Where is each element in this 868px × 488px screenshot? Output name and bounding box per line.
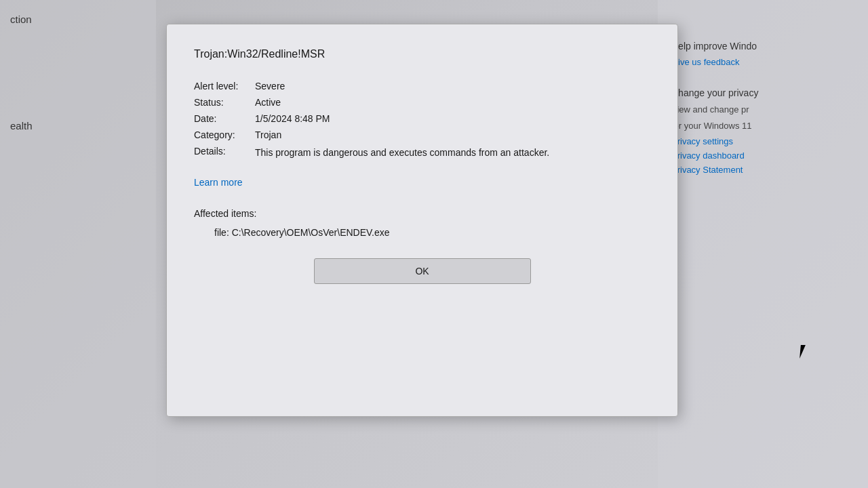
alert-level-row: Alert level: Severe <box>194 81 650 92</box>
status-row: Status: Active <box>194 97 650 108</box>
category-row: Category: Trojan <box>194 129 650 140</box>
details-value: This program is dangerous and executes c… <box>255 146 549 160</box>
sidebar-section-partial: ction <box>10 14 146 25</box>
learn-more-link[interactable]: Learn more <box>194 177 650 188</box>
threat-name: Trojan:Win32/Redline!MSR <box>194 48 650 60</box>
privacy-description: View and change pr <box>671 104 854 116</box>
status-label: Status: <box>194 97 255 108</box>
date-label: Date: <box>194 113 255 124</box>
details-row: Details: This program is dangerous and e… <box>194 146 650 160</box>
help-improve-section: Help improve Windo Give us feedback <box>671 41 854 67</box>
privacy-statement-link[interactable]: Privacy Statement <box>671 165 854 175</box>
sidebar-partial: ction ealth <box>0 0 156 488</box>
details-label: Details: <box>194 146 255 160</box>
privacy-settings-link[interactable]: Privacy settings <box>671 136 854 146</box>
dialog-footer: OK <box>194 258 650 284</box>
date-row: Date: 1/5/2024 8:48 PM <box>194 113 650 124</box>
alert-level-label: Alert level: <box>194 81 255 92</box>
status-value: Active <box>255 97 281 108</box>
threat-dialog: Trojan:Win32/Redline!MSR Alert level: Se… <box>166 24 678 417</box>
affected-items-label: Affected items: <box>194 208 650 219</box>
privacy-description2: for your Windows 11 <box>671 120 854 132</box>
date-value: 1/5/2024 8:48 PM <box>255 113 330 124</box>
right-panel: Help improve Windo Give us feedback Chan… <box>658 0 868 488</box>
give-feedback-link[interactable]: Give us feedback <box>671 57 854 67</box>
change-privacy-title: Change your privacy <box>671 87 854 98</box>
category-label: Category: <box>194 129 255 140</box>
category-value: Trojan <box>255 129 281 140</box>
affected-file-path: file: C:\Recovery\OEM\OsVer\ENDEV.exe <box>194 227 650 238</box>
change-privacy-section: Change your privacy View and change pr f… <box>671 87 854 175</box>
ok-button[interactable]: OK <box>314 258 531 284</box>
alert-level-value: Severe <box>255 81 285 92</box>
help-improve-title: Help improve Windo <box>671 41 854 52</box>
sidebar-health-partial: ealth <box>10 120 146 131</box>
privacy-dashboard-link[interactable]: Privacy dashboard <box>671 150 854 161</box>
threat-info-table: Alert level: Severe Status: Active Date:… <box>194 81 650 160</box>
